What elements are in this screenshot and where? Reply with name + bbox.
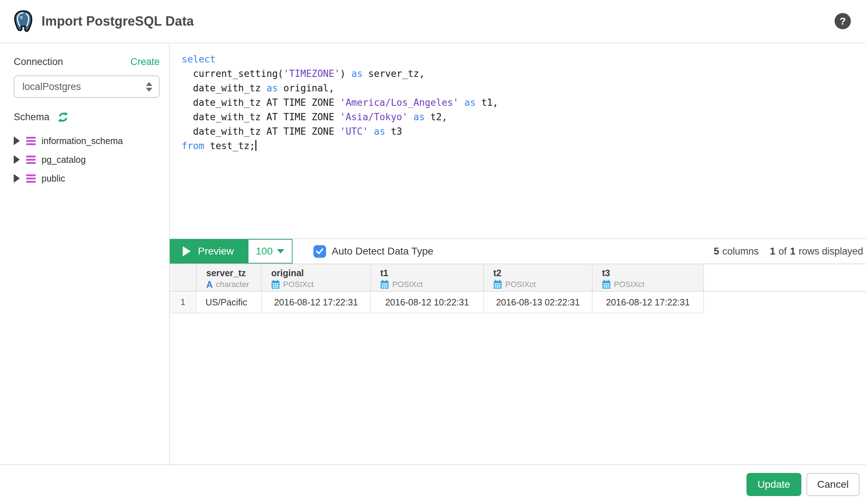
column-type: POSIXct — [283, 280, 313, 289]
column-name: t2 — [493, 268, 592, 278]
main-panel: select current_setting('TIMEZONE') as se… — [170, 43, 866, 464]
text-cursor — [255, 140, 256, 151]
connection-sidebar: Connection Create localPostgres Schema i… — [0, 43, 170, 464]
create-connection-link[interactable]: Create — [130, 56, 160, 68]
schema-tree-item[interactable]: public — [14, 169, 160, 188]
schema-icon — [26, 156, 36, 164]
update-button[interactable]: Update — [746, 473, 801, 496]
column-type: POSIXct — [614, 280, 644, 289]
column-header[interactable]: server_tzAcharacter — [197, 264, 262, 291]
calendar-type-icon — [380, 280, 389, 289]
column-type: POSIXct — [392, 280, 423, 289]
help-button[interactable]: ? — [835, 13, 851, 29]
refresh-icon[interactable] — [57, 112, 69, 123]
checkmark-icon — [315, 247, 324, 256]
column-header[interactable]: t3POSIXct — [593, 264, 704, 291]
auto-detect-toggle[interactable]: Auto Detect Data Type — [313, 239, 433, 264]
table-cell: 2016-08-12 17:22:31 — [262, 292, 371, 313]
schema-label: Schema — [14, 112, 49, 123]
column-header[interactable]: t2POSIXct — [484, 264, 593, 291]
schema-name: pg_catalog — [42, 155, 86, 165]
calendar-type-icon — [602, 280, 611, 289]
expand-triangle-icon[interactable] — [14, 174, 20, 183]
column-type: character — [216, 280, 249, 289]
sql-editor[interactable]: select current_setting('TIMEZONE') as se… — [170, 43, 866, 238]
sql-code: select current_setting('TIMEZONE') as se… — [182, 52, 866, 153]
row-number-header — [170, 264, 197, 291]
table-cell: US/Pacific — [197, 292, 262, 313]
table-cell: 2016-08-12 10:22:31 — [371, 292, 484, 313]
header-filler — [704, 264, 866, 291]
table-row: 1US/Pacific2016-08-12 17:22:312016-08-12… — [170, 292, 866, 313]
result-summary: 5columns1of1rows displayed — [714, 239, 866, 264]
dialog-footer: Update Cancel — [0, 464, 866, 504]
preview-button[interactable]: Preview — [170, 239, 248, 264]
connection-select[interactable]: localPostgres — [14, 75, 160, 98]
preview-button-label: Preview — [198, 246, 234, 257]
caret-down-icon — [277, 249, 284, 253]
table-cell: 2016-08-13 02:22:31 — [484, 292, 593, 313]
preview-toolbar: Preview 100 Auto Detect Data Type 5colum… — [170, 238, 866, 264]
character-type-icon: A — [206, 280, 213, 289]
row-limit-value: 100 — [256, 246, 273, 257]
row-limit-dropdown[interactable]: 100 — [248, 239, 293, 264]
row-filler — [704, 292, 866, 313]
cancel-button[interactable]: Cancel — [806, 473, 859, 496]
column-header[interactable]: originalPOSIXct — [262, 264, 371, 291]
rows-total: 1 — [790, 246, 795, 257]
column-name: original — [271, 268, 370, 278]
schema-icon — [26, 174, 36, 183]
auto-detect-label: Auto Detect Data Type — [332, 246, 433, 257]
column-name: t3 — [602, 268, 703, 278]
postgresql-logo-icon — [12, 9, 34, 33]
schema-name: public — [42, 173, 65, 184]
schema-tree: information_schemapg_catalogpublic — [14, 131, 160, 188]
question-mark-icon: ? — [840, 16, 846, 27]
connection-label: Connection — [14, 56, 63, 68]
select-stepper-icon — [146, 82, 152, 92]
schema-icon — [26, 137, 36, 145]
column-header[interactable]: t1POSIXct — [371, 264, 484, 291]
empty-area — [170, 313, 866, 464]
play-icon — [183, 246, 191, 256]
table-header-row: server_tzAcharacteroriginalPOSIXctt1POSI… — [170, 264, 866, 292]
expand-triangle-icon[interactable] — [14, 155, 20, 164]
table-body: 1US/Pacific2016-08-12 17:22:312016-08-12… — [170, 292, 866, 313]
dialog-title: Import PostgreSQL Data — [42, 14, 194, 29]
table-cell: 2016-08-12 17:22:31 — [593, 292, 704, 313]
auto-detect-checkbox[interactable] — [313, 245, 326, 258]
expand-triangle-icon[interactable] — [14, 136, 20, 145]
import-postgresql-dialog: Import PostgreSQL Data ? Connection Crea… — [0, 0, 866, 504]
column-type: POSIXct — [505, 280, 536, 289]
column-name: server_tz — [206, 268, 261, 278]
schema-tree-item[interactable]: pg_catalog — [14, 150, 160, 169]
calendar-type-icon — [271, 280, 280, 289]
schema-name: information_schema — [42, 136, 123, 146]
row-number-cell: 1 — [170, 292, 197, 313]
schema-tree-item[interactable]: information_schema — [14, 131, 160, 150]
rows-current: 1 — [770, 246, 775, 257]
column-name: t1 — [380, 268, 483, 278]
dialog-body: Connection Create localPostgres Schema i… — [0, 43, 866, 464]
dialog-header: Import PostgreSQL Data ? — [0, 0, 866, 43]
connection-select-value: localPostgres — [22, 81, 146, 92]
calendar-type-icon — [493, 280, 502, 289]
columns-count: 5 — [714, 246, 719, 257]
